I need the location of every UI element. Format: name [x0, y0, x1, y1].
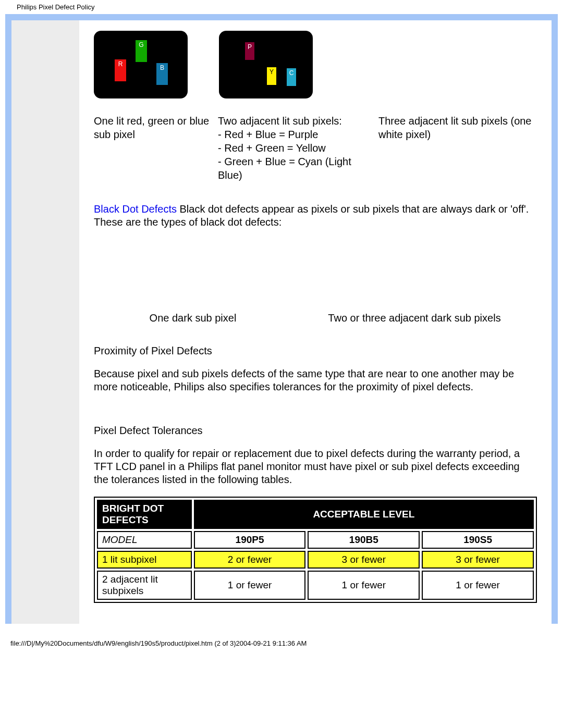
caption-1: One lit red, green or blue sub pixel [94, 114, 218, 182]
footer: file:///D|/My%20Documents/dfu/W9/english… [0, 624, 563, 652]
tolerance-text: In order to qualify for repair or replac… [94, 447, 537, 486]
row1-v0: 1 or fewer [194, 571, 306, 600]
row0-v0: 2 or fewer [194, 551, 306, 569]
row1-v1: 1 or fewer [308, 571, 420, 600]
caption-row: One lit red, green or blue sub pixel Two… [94, 114, 537, 182]
outer-frame: R G B P Y C One lit red, green or blue s… [5, 14, 558, 624]
chip-red: R [115, 59, 126, 81]
caption-2: Two adjacent lit sub pixels: - Red + Blu… [218, 114, 378, 182]
diagram-pyc: P Y C [219, 31, 313, 98]
dark-caption-row: One dark sub pixel Two or three adjacent… [94, 312, 537, 324]
proximity-text: Because pixel and sub pixels defects of … [94, 367, 537, 393]
caption-3: Three adjacent lit sub pixels (one white… [378, 114, 537, 182]
td-model-0: 190P5 [194, 531, 306, 549]
content: R G B P Y C One lit red, green or blue s… [79, 20, 552, 624]
td-model-1: 190B5 [308, 531, 420, 549]
row0-v1: 3 or fewer [308, 551, 420, 569]
th-bright-dot: BRIGHT DOT DEFECTS [97, 500, 192, 529]
row1-v2: 1 or fewer [422, 571, 534, 600]
td-model-label: MODEL [97, 531, 192, 549]
chip-cyan: C [287, 68, 296, 86]
black-dot-paragraph: Black Dot Defects Black dot defects appe… [94, 203, 537, 229]
row1-label: 2 adjacent lit subpixels [97, 571, 192, 600]
tolerance-table: BRIGHT DOT DEFECTS ACCEPTABLE LEVEL MODE… [94, 497, 537, 603]
dark-caption-1: One dark sub pixel [94, 312, 292, 324]
chip-yellow: Y [267, 67, 276, 85]
row0-label: 1 lit subpixel [97, 551, 192, 569]
th-acceptable: ACCEPTABLE LEVEL [194, 500, 534, 529]
left-margin [11, 20, 79, 624]
dark-caption-2: Two or three adjacent dark sub pixels [292, 312, 537, 324]
inner-frame: R G B P Y C One lit red, green or blue s… [11, 20, 552, 624]
tolerance-title: Pixel Defect Tolerances [94, 425, 537, 437]
chip-purple: P [245, 42, 254, 60]
chip-green: G [136, 40, 147, 62]
diagram-row: R G B P Y C [94, 20, 537, 98]
td-model-2: 190S5 [422, 531, 534, 549]
row0-v2: 3 or fewer [422, 551, 534, 569]
page-header: Philips Pixel Defect Policy [0, 0, 563, 14]
chip-blue: B [156, 63, 168, 85]
diagram-rgb: R G B [94, 31, 188, 98]
proximity-title: Proximity of Pixel Defects [94, 345, 537, 357]
black-dot-link[interactable]: Black Dot Defects [94, 203, 177, 215]
